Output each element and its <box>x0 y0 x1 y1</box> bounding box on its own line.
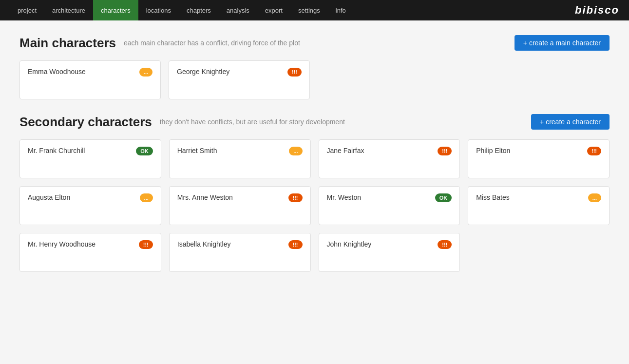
main-characters-grid: Emma Woodhouse ... George Knightley !!! <box>19 60 610 99</box>
secondary-char-badge-4: ... <box>140 193 153 202</box>
nav-links: project architecture characters location… <box>10 0 575 20</box>
secondary-char-badge-1: ... <box>289 147 302 155</box>
main-content: Main characters each main character has … <box>0 20 629 364</box>
main-char-card-0[interactable]: Emma Woodhouse ... <box>19 60 161 99</box>
main-char-card-1[interactable]: George Knightley !!! <box>169 60 310 99</box>
nav-characters[interactable]: characters <box>93 0 138 20</box>
secondary-char-name-1: Harriet Smith <box>177 147 289 154</box>
secondary-char-badge-2: !!! <box>438 147 452 155</box>
create-main-character-button[interactable]: + create a main character <box>515 35 610 51</box>
secondary-char-name-2: Jane Fairfax <box>327 147 438 154</box>
nav-settings[interactable]: settings <box>290 0 328 20</box>
nav-chapters[interactable]: chapters <box>179 0 219 20</box>
secondary-char-badge-0: OK <box>136 147 153 155</box>
nav-analysis[interactable]: analysis <box>219 0 257 20</box>
secondary-char-name-5: Mrs. Anne Weston <box>177 193 288 201</box>
nav-locations[interactable]: locations <box>138 0 179 20</box>
secondary-char-badge-8: !!! <box>139 240 153 249</box>
secondary-characters-subtitle: they don't have conflicts, but are usefu… <box>160 118 523 126</box>
secondary-char-name-4: Augusta Elton <box>28 193 140 201</box>
secondary-char-badge-5: !!! <box>288 193 303 202</box>
main-char-name-0: Emma Woodhouse <box>28 68 139 76</box>
secondary-char-badge-3: !!! <box>587 147 601 155</box>
secondary-char-card-7[interactable]: Miss Bates... <box>468 186 610 225</box>
main-char-badge-1: !!! <box>287 68 302 77</box>
main-characters-subtitle: each main character has a conflict, driv… <box>124 39 507 47</box>
secondary-char-card-0[interactable]: Mr. Frank ChurchillOK <box>19 139 161 178</box>
secondary-char-card-1[interactable]: Harriet Smith... <box>169 139 311 178</box>
secondary-characters-grid: Mr. Frank ChurchillOKHarriet Smith...Jan… <box>19 139 610 272</box>
secondary-char-name-0: Mr. Frank Churchill <box>28 147 136 154</box>
secondary-characters-section: Secondary characters they don't have con… <box>19 114 610 272</box>
secondary-char-badge-7: ... <box>588 193 601 202</box>
secondary-characters-header: Secondary characters they don't have con… <box>19 114 610 130</box>
secondary-char-name-6: Mr. Weston <box>327 193 435 201</box>
navbar: project architecture characters location… <box>0 0 629 20</box>
nav-project[interactable]: project <box>10 0 44 20</box>
secondary-char-card-6[interactable]: Mr. WestonOK <box>319 186 460 225</box>
secondary-char-name-9: Isabella Knightley <box>177 240 288 248</box>
nav-architecture[interactable]: architecture <box>44 0 93 20</box>
secondary-char-card-5[interactable]: Mrs. Anne Weston!!! <box>169 186 311 225</box>
main-char-name-1: George Knightley <box>177 68 287 76</box>
secondary-char-badge-9: !!! <box>288 240 303 249</box>
main-characters-header: Main characters each main character has … <box>19 35 610 51</box>
secondary-char-card-3[interactable]: Philip Elton!!! <box>468 139 610 178</box>
secondary-char-badge-10: !!! <box>438 240 452 249</box>
app-brand: bibisco <box>575 4 619 17</box>
secondary-char-badge-6: OK <box>435 193 452 202</box>
secondary-char-name-3: Philip Elton <box>476 147 587 154</box>
secondary-char-card-8[interactable]: Mr. Henry Woodhouse!!! <box>19 233 161 272</box>
main-char-badge-0: ... <box>139 68 152 77</box>
create-character-button[interactable]: + create a character <box>531 114 610 130</box>
secondary-char-card-9[interactable]: Isabella Knightley!!! <box>169 233 311 272</box>
secondary-char-card-2[interactable]: Jane Fairfax!!! <box>319 139 460 178</box>
nav-info[interactable]: info <box>328 0 354 20</box>
nav-export[interactable]: export <box>257 0 290 20</box>
secondary-characters-title: Secondary characters <box>19 115 152 130</box>
secondary-char-card-10[interactable]: John Knightley!!! <box>319 233 460 272</box>
secondary-char-card-4[interactable]: Augusta Elton... <box>19 186 161 225</box>
secondary-char-name-7: Miss Bates <box>476 193 588 201</box>
secondary-char-name-10: John Knightley <box>327 240 438 248</box>
secondary-char-name-8: Mr. Henry Woodhouse <box>28 240 139 248</box>
main-characters-title: Main characters <box>19 36 116 51</box>
